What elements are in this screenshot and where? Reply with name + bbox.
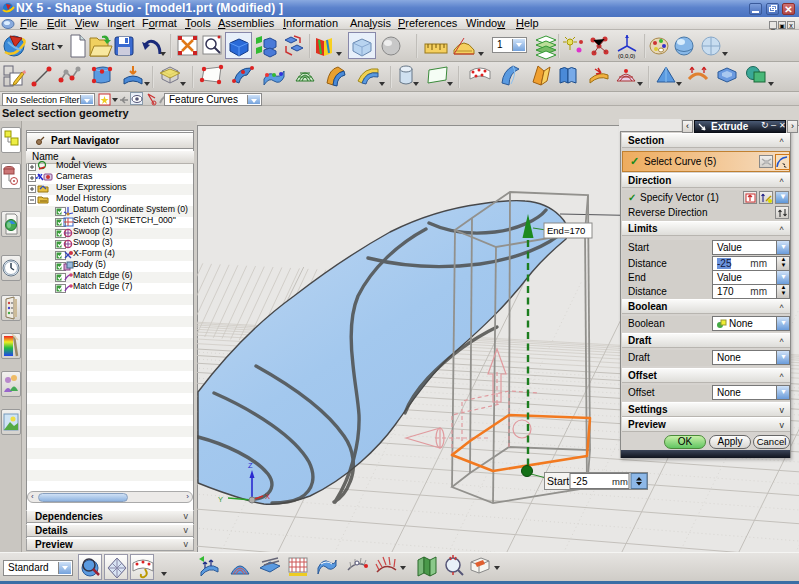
svg-text:-25: -25 <box>573 476 588 487</box>
svg-text:Start: Start <box>547 475 569 487</box>
svg-text:Y: Y <box>218 495 223 504</box>
svg-text:End=170: End=170 <box>547 225 585 236</box>
svg-text:X: X <box>265 492 270 501</box>
svg-text:Z: Z <box>248 461 253 470</box>
svg-text:(0,0,0): (0,0,0) <box>618 53 635 59</box>
svg-text:mm: mm <box>612 476 628 487</box>
